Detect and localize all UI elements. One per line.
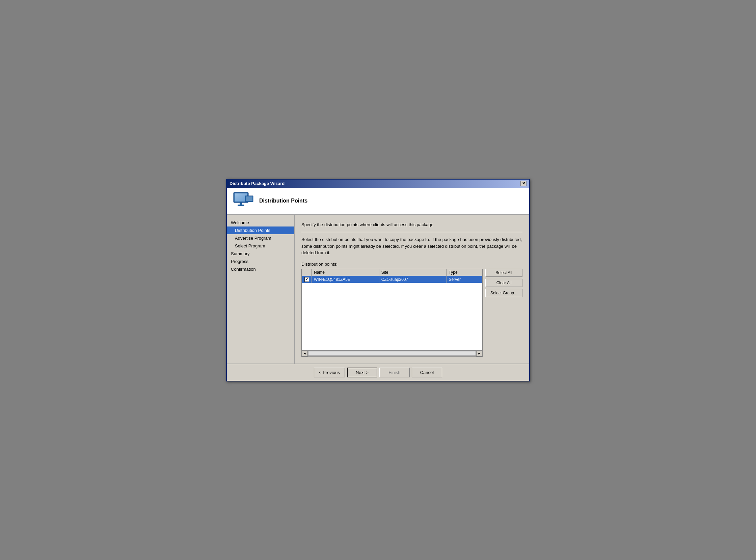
title-bar: Distribute Package Wizard ✕ (227, 180, 529, 188)
select-group-button[interactable]: Select Group... (485, 289, 523, 297)
horizontal-scrollbar[interactable]: ◄ ► (302, 351, 482, 357)
table-empty-area (302, 283, 482, 351)
previous-button[interactable]: < Previous (314, 367, 345, 377)
row-checkbox[interactable]: ✔ (302, 276, 312, 283)
next-button[interactable]: Next > (347, 367, 377, 377)
content-area: Specify the distribution points where cl… (294, 215, 529, 363)
scroll-left-button[interactable]: ◄ (302, 351, 308, 357)
body-area: Welcome Distribution Points Advertise Pr… (227, 215, 529, 363)
dialog-title: Distribute Package Wizard (229, 181, 285, 186)
header-title: Distribution Points (259, 198, 307, 204)
sidebar-item-progress[interactable]: Progress (227, 258, 294, 265)
sidebar-item-welcome[interactable]: Welcome (227, 219, 294, 226)
sidebar-item-advertise-program[interactable]: Advertise Program (227, 234, 294, 242)
footer-area: < Previous Next > Finish Cancel (227, 363, 529, 381)
checkbox-checked-icon: ✔ (304, 277, 309, 282)
svg-rect-4 (238, 204, 244, 206)
scroll-track[interactable] (308, 351, 476, 356)
svg-rect-6 (246, 197, 252, 201)
sidebar-item-summary[interactable]: Summary (227, 250, 294, 258)
finish-button[interactable]: Finish (379, 367, 410, 377)
section-label: Distribution points: (301, 262, 523, 267)
distribute-package-wizard: Distribute Package Wizard ✕ Distribution… (226, 179, 530, 381)
sidebar-item-distribution-points[interactable]: Distribution Points (227, 226, 294, 234)
cancel-button[interactable]: Cancel (412, 367, 442, 377)
select-all-button[interactable]: Select All (485, 269, 523, 277)
divider (301, 232, 523, 232)
description-text-2: Select the distribution points that you … (301, 236, 523, 256)
close-button[interactable]: ✕ (520, 181, 527, 186)
clear-all-button[interactable]: Clear All (485, 279, 523, 287)
th-checkbox (302, 269, 312, 276)
header-area: Distribution Points (227, 188, 529, 215)
row-type: Server (447, 276, 482, 283)
scroll-right-button[interactable]: ► (476, 351, 482, 357)
th-name: Name (312, 269, 379, 276)
th-site: Site (379, 269, 447, 276)
side-buttons: Select All Clear All Select Group... (485, 269, 523, 297)
sidebar: Welcome Distribution Points Advertise Pr… (227, 215, 294, 363)
row-site: CZ1-suap2007 (379, 276, 447, 283)
sidebar-item-confirmation[interactable]: Confirmation (227, 265, 294, 273)
th-type: Type (447, 269, 482, 276)
table-row[interactable]: ✔ WIN-E1Q5481ZA5E CZ1-suap2007 Server (302, 276, 482, 283)
row-name: WIN-E1Q5481ZA5E (312, 276, 379, 283)
computer-icon (232, 192, 254, 210)
description-text-1: Specify the distribution points where cl… (301, 221, 523, 228)
table-header: Name Site Type (302, 269, 482, 276)
sidebar-item-select-program[interactable]: Select Program (227, 242, 294, 250)
